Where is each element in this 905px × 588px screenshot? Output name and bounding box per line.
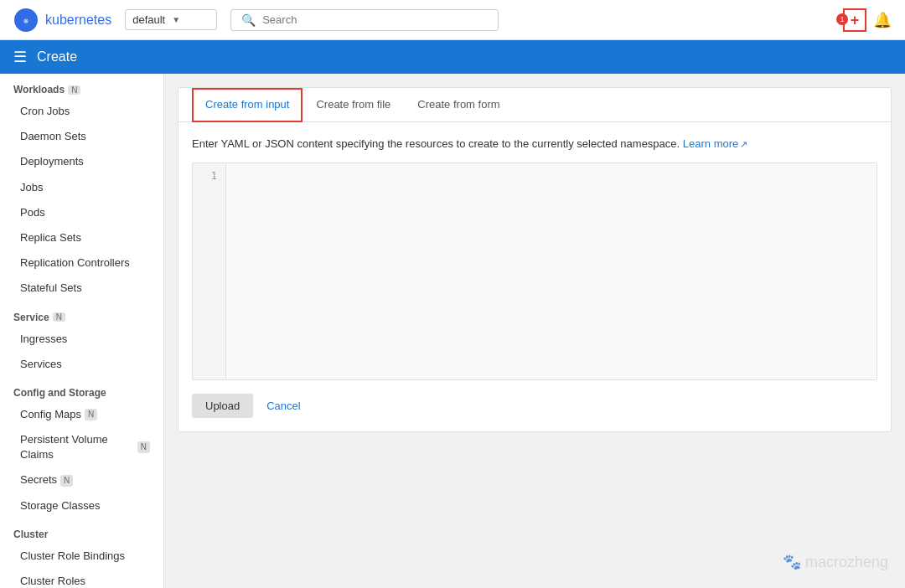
- upload-button[interactable]: Upload: [192, 394, 253, 418]
- sidebar-section-workloads: Workloads N: [0, 74, 163, 99]
- sidebar-item-jobs[interactable]: Jobs: [0, 175, 163, 200]
- learn-more-link[interactable]: Learn more: [683, 137, 747, 150]
- navbar-actions: + 1 🔔: [843, 8, 892, 32]
- navbar: ⎈ kubernetes default ▼ 🔍 + 1 🔔: [0, 0, 905, 40]
- brand-title: kubernetes: [45, 13, 111, 28]
- info-text: Enter YAML or JSON content specifying th…: [192, 136, 877, 152]
- tab-create-from-file[interactable]: Create from file: [303, 88, 404, 122]
- sidebar-item-replica-sets[interactable]: Replica Sets: [0, 225, 163, 250]
- menu-icon[interactable]: ☰: [13, 48, 27, 66]
- k8s-logo-icon: ⎈: [13, 8, 39, 33]
- add-badge: 1: [836, 13, 848, 25]
- sidebar-item-cluster-roles[interactable]: Cluster Roles: [0, 569, 163, 588]
- tab-create-from-input[interactable]: Create from input: [192, 88, 303, 122]
- sidebar-item-ingresses[interactable]: Ingresses: [0, 327, 163, 352]
- editor-area[interactable]: 1: [192, 162, 877, 380]
- sidebar-item-persistent-volume-claims[interactable]: Persistent Volume Claims N: [0, 427, 163, 467]
- sidebar-item-config-maps[interactable]: Config Maps N: [0, 402, 163, 427]
- brand: ⎈ kubernetes: [13, 8, 111, 33]
- bell-icon[interactable]: 🔔: [873, 11, 892, 29]
- sidebar-item-secrets[interactable]: Secrets N: [0, 467, 163, 493]
- line-numbers: 1: [193, 163, 226, 379]
- namespace-selector[interactable]: default ▼: [125, 9, 217, 30]
- sidebar: Workloads N Cron Jobs Daemon Sets Deploy…: [0, 74, 164, 588]
- tabs: Create from input Create from file Creat…: [178, 88, 891, 122]
- sidebar-item-pods[interactable]: Pods: [0, 200, 163, 225]
- sidebar-section-cluster: Cluster: [0, 518, 163, 544]
- sidebar-item-cluster-role-bindings[interactable]: Cluster Role Bindings: [0, 544, 163, 569]
- sidebar-item-replication-controllers[interactable]: Replication Controllers: [0, 250, 163, 276]
- tab-create-from-form[interactable]: Create from form: [404, 88, 513, 122]
- sub-header: ☰ Create: [0, 40, 905, 74]
- editor-content[interactable]: [226, 163, 877, 379]
- main-content: Create from input Create from file Creat…: [164, 74, 905, 588]
- search-bar[interactable]: 🔍: [230, 9, 499, 31]
- sidebar-section-config-storage: Config and Storage: [0, 377, 163, 402]
- search-input[interactable]: [262, 13, 488, 26]
- action-bar: Upload Cancel: [192, 394, 877, 418]
- namespace-value: default: [132, 13, 165, 26]
- svg-text:⎈: ⎈: [23, 16, 28, 25]
- sidebar-section-service: Service N: [0, 302, 163, 327]
- sidebar-item-deployments[interactable]: Deployments: [0, 149, 163, 174]
- card-body: Enter YAML or JSON content specifying th…: [178, 122, 891, 431]
- sidebar-item-stateful-sets[interactable]: Stateful Sets: [0, 276, 163, 301]
- sidebar-item-storage-classes[interactable]: Storage Classes: [0, 493, 163, 518]
- content-card: Create from input Create from file Creat…: [178, 87, 892, 432]
- layout: Workloads N Cron Jobs Daemon Sets Deploy…: [0, 74, 905, 588]
- sidebar-item-cron-jobs[interactable]: Cron Jobs: [0, 99, 163, 124]
- chevron-down-icon: ▼: [172, 15, 180, 24]
- sidebar-item-services[interactable]: Services: [0, 352, 163, 377]
- search-icon: 🔍: [241, 13, 256, 27]
- sidebar-item-daemon-sets[interactable]: Daemon Sets: [0, 124, 163, 149]
- page-title: Create: [37, 49, 77, 64]
- cancel-button[interactable]: Cancel: [263, 394, 303, 418]
